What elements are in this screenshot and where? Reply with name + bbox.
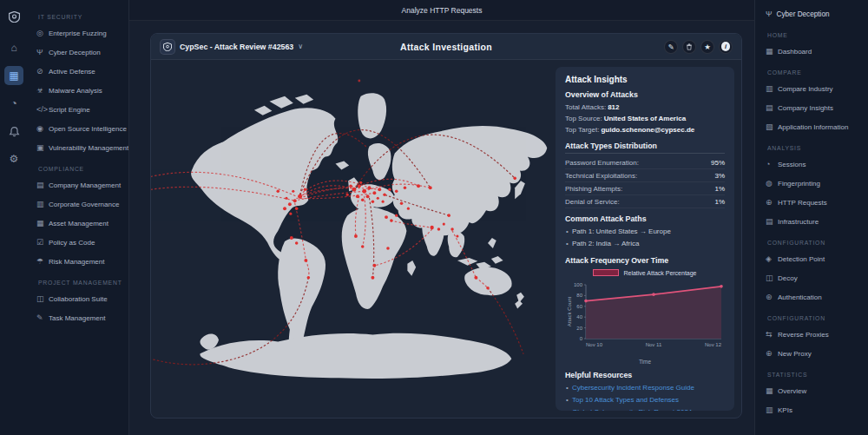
sidebar-item[interactable]: ⊛ Authentication <box>766 287 868 306</box>
compare-industry-icon: ▥ <box>766 84 778 93</box>
section-title: CONFIGURATION <box>767 315 868 321</box>
distribution-value: 3% <box>714 172 725 180</box>
dashboard-grid-icon[interactable]: ▦ <box>4 66 23 85</box>
resource-link[interactable]: Global Cybersecurity Risk Report 2024 <box>565 406 725 411</box>
review-selector[interactable]: CypSec - Attack Review #42563 ∨ <box>160 39 303 55</box>
info-icon: i <box>721 42 731 51</box>
sidebar-item[interactable]: ☣ Malware Analysis <box>36 81 128 100</box>
sidebar-item[interactable]: ▣ Vulnerability Management <box>36 138 128 157</box>
sidebar-item[interactable]: ☂ Risk Management <box>36 252 128 271</box>
infrastructure-icon: ▤ <box>766 217 778 226</box>
bell-icon[interactable] <box>4 122 23 141</box>
resource-link[interactable]: Top 10 Attack Types and Defenses <box>565 394 725 406</box>
sidebar-item[interactable]: ▦ Overview <box>766 381 868 400</box>
sidebar-item-label: Infrastructure <box>778 218 819 226</box>
section-title: PROJECT MANAGEMENT <box>38 280 128 286</box>
sidebar-item-label: Sessions <box>778 161 806 168</box>
sidebar-item[interactable]: ◫ Collaboration Suite <box>36 289 128 308</box>
sidebar-item[interactable]: ⊕ HTTP Requests <box>766 193 868 212</box>
sidebar-item[interactable]: </> Script Engine <box>36 100 128 119</box>
sidebar-section: COMPARE ▥ Compare Industry ▤ Company Ins… <box>766 69 868 136</box>
sidebar-item-label: Detection Point <box>778 255 825 263</box>
sidebar-item-label: Dashboard <box>778 48 812 56</box>
sidebar-item-label: New Proxy <box>778 350 812 358</box>
overview-row: Top Source:United States of America <box>565 113 725 124</box>
sidebar-item[interactable]: ▥ Corporate Governance <box>36 194 128 214</box>
sidebar-item-label: Active Defense <box>49 68 95 76</box>
risk-management-icon: ☂ <box>36 257 49 266</box>
sidebar-item[interactable]: ⊘ Active Defense <box>36 62 128 81</box>
cyber-deception-icon: Ψ <box>36 48 49 56</box>
app-logo-shield-icon[interactable] <box>4 7 23 26</box>
svg-text:0: 0 <box>580 336 583 341</box>
sidebar-item[interactable]: ▤ Company Insights <box>766 98 868 117</box>
new-proxy-icon: ⊕ <box>766 349 778 358</box>
distribution-label: Technical Exploitations: <box>565 172 637 180</box>
distribution-value: 95% <box>711 159 725 167</box>
sidebar-item[interactable]: ◈ Detection Point <box>766 249 868 268</box>
section-title: STATISTICS <box>767 372 868 378</box>
active-defense-icon: ⊘ <box>36 67 49 76</box>
card-actions: ✎ ★ i <box>664 40 733 54</box>
sidebar-item[interactable]: ☑ Policy as Code <box>36 233 128 252</box>
sidebar-section: PROJECT MANAGEMENT ◫ Collaboration Suite… <box>36 280 128 327</box>
sidebar-item[interactable]: ◫ Decoy <box>766 268 868 287</box>
sidebar-item[interactable]: ✎ Task Management <box>36 308 128 327</box>
paths-heading: Common Attack Paths <box>565 214 725 223</box>
account-menu[interactable]: Ψ Cyber Deception <box>766 4 868 23</box>
continents <box>191 93 547 379</box>
resources-heading: Helpful Resources <box>565 371 725 379</box>
sidebar-item[interactable]: ▤ Company Management <box>36 175 128 194</box>
sidebar-item[interactable]: Ψ Cyber Deception <box>36 43 128 62</box>
sidebar-item-label: Vulnerability Management <box>49 144 128 152</box>
sidebar-item[interactable]: ◎ Enterprise Fuzzing <box>36 23 128 43</box>
sidebar-item[interactable]: ⇆ Reverse Proxies <box>766 325 868 344</box>
sidebar-section: STATISTICS ▦ Overview ▥ KPIs <box>766 372 868 419</box>
attack-path: Path 1: United States → Europe <box>565 226 725 238</box>
home-icon[interactable]: ⌂ <box>4 38 23 57</box>
sidebar-item[interactable]: ▦ Dashboard <box>766 42 868 61</box>
overview-row: Total Attacks:812 <box>565 102 725 113</box>
trash-icon <box>686 43 693 50</box>
sidebar-item[interactable]: ◔ Sessions <box>766 155 868 174</box>
section-title: IT SECURITY <box>38 14 128 20</box>
sidebar-item[interactable]: ⊕ New Proxy <box>766 344 868 363</box>
svg-text:Nov 12: Nov 12 <box>705 342 722 347</box>
delete-button[interactable] <box>682 40 696 54</box>
asset-management-icon: ▦ <box>36 219 49 227</box>
gear-icon[interactable]: ⚙ <box>4 149 23 168</box>
clock-icon[interactable]: ◔ <box>4 94 23 113</box>
info-button[interactable]: i <box>719 40 733 54</box>
osint-icon: ◉ <box>36 124 49 133</box>
sidebar-item-label: Application Information <box>778 123 848 131</box>
sidebar-item[interactable]: ▥ KPIs <box>766 400 868 419</box>
distribution-label: Password Enumeration: <box>565 159 639 167</box>
main-content: CypSec - Attack Review #42563 ∨ Attack I… <box>129 21 754 435</box>
company-management-icon: ▤ <box>36 181 49 189</box>
sidebar-item[interactable]: ◍ Fingerprinting <box>766 174 868 193</box>
sidebar-section: COMPLIANCE ▤ Company Management ▥ Corpor… <box>36 166 128 271</box>
sidebar-item-label: Company Insights <box>778 104 833 112</box>
sidebar-item[interactable]: ◉ Open Source Intelligence <box>36 119 128 138</box>
sidebar-item[interactable]: ▦ Asset Management <box>36 214 128 233</box>
sidebar-item[interactable]: ▤ Infrastructure <box>766 212 868 231</box>
review-selector-label: CypSec - Attack Review #42563 <box>180 43 293 51</box>
attack-map[interactable] <box>151 60 556 418</box>
card-header: CypSec - Attack Review #42563 ∨ Attack I… <box>151 34 741 60</box>
chart-x-axis-label: Time <box>565 359 725 365</box>
fuzzing-icon: ◎ <box>36 29 49 37</box>
edit-button[interactable]: ✎ <box>664 40 678 54</box>
sidebar-section: IT SECURITY ◎ Enterprise Fuzzing Ψ Cyber… <box>36 14 128 157</box>
sidebar-section: HOME ▦ Dashboard <box>766 32 868 61</box>
favorite-button[interactable]: ★ <box>700 40 714 54</box>
distribution-label: Denial of Service: <box>565 198 620 206</box>
resource-link[interactable]: Cybersecurity Incident Response Guide <box>565 382 725 394</box>
frequency-heading: Attack Frequency Over Time <box>565 256 725 265</box>
corporate-governance-icon: ▥ <box>36 200 49 208</box>
sidebar-item[interactable]: ▧ Application Information <box>766 117 868 136</box>
overview-heading: Overview of Attacks <box>565 90 725 99</box>
right-sidebar: Ψ Cyber Deception HOME ▦ Dashboard COMPA… <box>755 0 868 435</box>
distribution-row: Password Enumeration: 95% <box>565 156 725 169</box>
chevron-down-icon: ∨ <box>298 43 303 50</box>
sidebar-item[interactable]: ▥ Compare Industry <box>766 79 868 98</box>
